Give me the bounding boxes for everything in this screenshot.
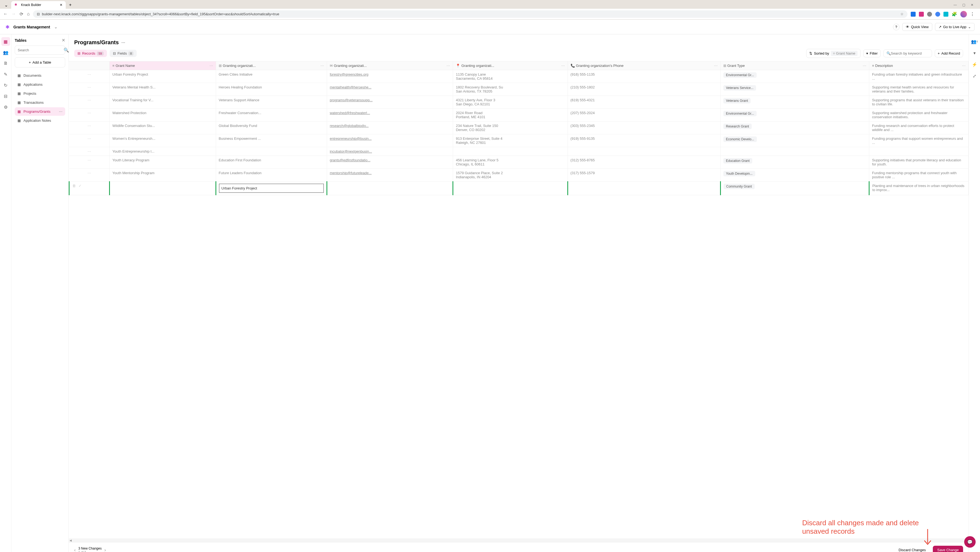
cell-description[interactable]: Funding research and conservation effort… xyxy=(869,121,969,134)
email-link[interactable]: programs@veteranssupp... xyxy=(330,98,372,102)
row-handle[interactable]: ⋯ xyxy=(69,83,110,96)
users-right-icon[interactable]: 👥3 xyxy=(970,37,979,46)
email-link[interactable]: grants@edfirstfoundatio... xyxy=(330,158,371,162)
cell-type[interactable]: Community Grant xyxy=(720,182,869,195)
search-field[interactable] xyxy=(18,48,64,52)
table-row[interactable]: ⋯ Veterans Mental Health S... Heroes Hea… xyxy=(69,83,969,96)
cell-address[interactable] xyxy=(453,182,568,195)
cell-grant-name[interactable] xyxy=(110,182,216,195)
fields-tab[interactable]: ⊟ Fields 8 xyxy=(110,50,137,57)
sorted-by-button[interactable]: ⇅ Sorted by ≡ Grant Name xyxy=(806,49,861,58)
filter-right-icon[interactable]: ▾ xyxy=(970,49,979,57)
search-records-input[interactable]: 🔍 xyxy=(883,49,932,57)
discard-changes-button[interactable]: Discard Changes xyxy=(895,546,930,552)
row-handle[interactable]: ⋯ xyxy=(69,96,110,108)
cell-type[interactable]: Environmental Gr... xyxy=(720,108,869,121)
expand-right-icon[interactable]: ⤢ xyxy=(970,72,979,80)
cell-phone[interactable]: (317) 555-1579 xyxy=(568,169,720,182)
cell-email[interactable]: forestry@greencities.org xyxy=(327,70,453,83)
cell-description[interactable] xyxy=(869,147,969,156)
back-icon[interactable]: ← xyxy=(3,11,8,17)
cell-type[interactable]: Veterans Grant xyxy=(720,96,869,108)
extension-4-icon[interactable] xyxy=(935,12,940,17)
email-link[interactable]: research@globalbiodiv... xyxy=(330,124,369,128)
app-dropdown-icon[interactable]: ⌄ xyxy=(54,24,57,29)
extension-2-icon[interactable] xyxy=(919,12,924,17)
minimize-icon[interactable]: — xyxy=(953,3,957,7)
cell-type[interactable]: Environmental Gr... xyxy=(720,70,869,83)
cell-grant-name[interactable]: Women's Entrepreneursh... xyxy=(110,134,216,147)
row-handle[interactable]: ⋯ xyxy=(69,147,110,156)
row-handle[interactable]: ⋯ xyxy=(69,169,110,182)
sidebar-item-programs-grants[interactable]: ▦Programs/Grants⋯ xyxy=(15,107,65,116)
chat-bubble-icon[interactable]: 💬 xyxy=(964,536,976,548)
cell-grant-name[interactable]: Youth Literacy Program xyxy=(110,156,216,169)
cell-email[interactable]: mentorship@futureleade... xyxy=(327,169,453,182)
close-sidebar-icon[interactable]: ✕ xyxy=(62,38,65,43)
table-row[interactable]: ⋯ Youth Literacy Program Education First… xyxy=(69,156,969,169)
cell-address[interactable]: 234 Nature Trail, Suite 150Denver, CO 80… xyxy=(453,121,568,134)
cell-type[interactable]: Economic Develo... xyxy=(720,134,869,147)
cell-grant-name[interactable]: Urban Forestry Project xyxy=(110,70,216,83)
cell-address[interactable]: 4321 Liberty Ave, Floor 3San Diego, CA 9… xyxy=(453,96,568,108)
more-icon[interactable]: ⋯ xyxy=(59,110,62,113)
table-row[interactable]: ⋯ Wildlife Conservation Stu... Global Bi… xyxy=(69,121,969,134)
cell-grant-name[interactable]: Vocational Training for V... xyxy=(110,96,216,108)
cell-type[interactable]: Research Grant xyxy=(720,121,869,134)
cell-phone[interactable]: (312) 555-8765 xyxy=(568,156,720,169)
row-handle[interactable]: ⋯ xyxy=(69,121,110,134)
cell-org[interactable]: Veterans Support Alliance xyxy=(216,96,327,108)
tab-dropdown-icon[interactable]: ⌄ xyxy=(2,2,10,9)
table-row[interactable]: ⋯ Women's Entrepreneursh... Business Emp… xyxy=(69,134,969,147)
cell-description[interactable]: Planting and maintenance of trees in urb… xyxy=(869,182,969,195)
home-icon[interactable]: ⌂ xyxy=(27,11,30,17)
site-settings-icon[interactable]: ⊟ xyxy=(37,12,40,16)
cell-email[interactable]: research@globalbiodiv... xyxy=(327,121,453,134)
design-rail-icon[interactable]: ✎ xyxy=(2,70,10,79)
cell-email[interactable]: grants@edfirstfoundatio... xyxy=(327,156,453,169)
browser-tab[interactable]: ✱ Knack Builder ✕ xyxy=(11,1,66,9)
table-row[interactable]: ⋯ Youth Entrepreneurship I... incubator@… xyxy=(69,147,969,156)
cell-description[interactable]: Supporting programs that assist veterans… xyxy=(869,96,969,108)
next-change-icon[interactable]: › xyxy=(105,548,106,552)
column-more-icon[interactable]: ⋯ xyxy=(320,64,324,68)
cell-address[interactable]: 1802 Recovery Boulevard, SuSan Antonio, … xyxy=(453,83,568,96)
action-right-icon[interactable]: ⚡ xyxy=(970,60,979,69)
new-record-row[interactable]: 🗑 ✓ Urban Forestry Project Community Gra… xyxy=(69,182,969,195)
cell-type[interactable]: Youth Developm... xyxy=(720,169,869,182)
maximize-icon[interactable]: ▢ xyxy=(962,3,965,7)
column-header[interactable]: ⊞Granting organizati...⋯ xyxy=(216,61,327,70)
cell-phone[interactable] xyxy=(568,147,720,156)
column-header[interactable]: ≡Grant Name⋯ xyxy=(110,61,216,70)
column-more-icon[interactable]: ⋯ xyxy=(447,64,450,68)
profile-avatar-icon[interactable] xyxy=(960,11,967,18)
cell-phone[interactable]: (619) 555-4321 xyxy=(568,96,720,108)
sidebar-item-transactions[interactable]: ▦Transactions xyxy=(15,98,65,107)
table-row[interactable]: ⋯ Vocational Training for V... Veterans … xyxy=(69,96,969,108)
extension-3-icon[interactable] xyxy=(927,12,932,17)
email-link[interactable]: mentalhealth@heroeshe... xyxy=(330,85,371,89)
payments-rail-icon[interactable]: ⊟ xyxy=(2,92,10,101)
menu-icon[interactable]: ⋮ xyxy=(970,11,975,17)
cell-email[interactable]: mentalhealth@heroeshe... xyxy=(327,83,453,96)
extensions-icon[interactable]: 🧩 xyxy=(951,11,957,17)
tables-rail-icon[interactable]: ▦ xyxy=(2,37,10,46)
extension-5-icon[interactable] xyxy=(943,12,948,17)
column-header[interactable]: 📍Granting organizati...⋯ xyxy=(453,61,568,70)
cell-org[interactable]: Green Cities Initiative xyxy=(216,70,327,83)
cell-address[interactable] xyxy=(453,147,568,156)
quick-view-button[interactable]: 👁 Quick View xyxy=(902,23,932,31)
row-handle[interactable]: ⋯ xyxy=(69,108,110,121)
scroll-left-icon[interactable]: ◀ xyxy=(69,539,73,542)
cell-phone[interactable]: (207) 555-2024 xyxy=(568,108,720,121)
cell-phone[interactable]: (210) 555-1802 xyxy=(568,83,720,96)
records-tab[interactable]: ⊞ Records 59 xyxy=(74,50,107,57)
prev-change-icon[interactable]: ‹ xyxy=(74,548,76,552)
cell-address[interactable]: 2024 River RoadPortland, ME 4101 xyxy=(453,108,568,121)
cell-email[interactable]: incubator@nextgenbusin... xyxy=(327,147,453,156)
save-change-button[interactable]: Save Change xyxy=(933,546,963,552)
column-more-icon[interactable]: ⋯ xyxy=(714,64,718,68)
cell-type[interactable]: Education Grant xyxy=(720,156,869,169)
forward-icon[interactable]: → xyxy=(11,11,16,17)
page-title-more-icon[interactable]: ⋯ xyxy=(121,40,125,45)
